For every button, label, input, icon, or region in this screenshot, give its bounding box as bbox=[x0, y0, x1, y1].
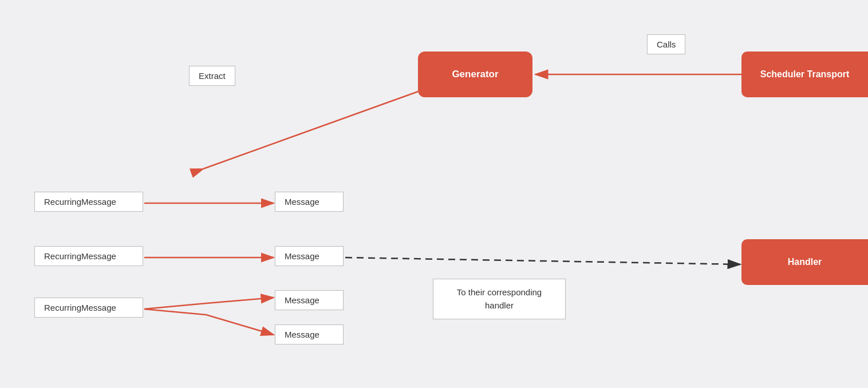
svg-line-9 bbox=[144, 309, 206, 315]
svg-line-11 bbox=[345, 258, 740, 264]
calls-label: Calls bbox=[657, 39, 676, 49]
recurring-message-3: RecurringMessage bbox=[34, 298, 143, 318]
to-handler-text: To their correspondinghandler bbox=[457, 287, 542, 310]
handler-box: Handler bbox=[741, 239, 868, 285]
svg-line-4 bbox=[203, 92, 418, 169]
svg-line-8 bbox=[206, 298, 274, 303]
rm2-label: RecurringMessage bbox=[44, 251, 116, 261]
to-handler-label-box: To their correspondinghandler bbox=[433, 279, 566, 319]
rm3-label: RecurringMessage bbox=[44, 303, 116, 312]
msg1-label: Message bbox=[285, 197, 319, 207]
rm1-label: RecurringMessage bbox=[44, 197, 116, 207]
calls-label-box: Calls bbox=[647, 34, 685, 54]
svg-line-10 bbox=[206, 315, 274, 335]
handler-label: Handler bbox=[788, 257, 822, 267]
msg3-label: Message bbox=[285, 295, 319, 305]
extract-label: Extract bbox=[199, 71, 226, 81]
recurring-message-2: RecurringMessage bbox=[34, 246, 143, 266]
message-3: Message bbox=[275, 290, 344, 310]
message-1: Message bbox=[275, 192, 344, 212]
recurring-message-1: RecurringMessage bbox=[34, 192, 143, 212]
generator-label: Generator bbox=[452, 69, 498, 80]
scheduler-transport-box: Scheduler Transport bbox=[741, 52, 868, 97]
svg-line-7 bbox=[144, 303, 206, 309]
diagram: Generator Scheduler Transport Handler Ex… bbox=[0, 0, 868, 388]
scheduler-transport-label: Scheduler Transport bbox=[755, 69, 855, 80]
extract-label-box: Extract bbox=[189, 66, 235, 86]
msg4-label: Message bbox=[285, 330, 319, 339]
msg2-label: Message bbox=[285, 251, 319, 261]
message-4: Message bbox=[275, 324, 344, 345]
message-2: Message bbox=[275, 246, 344, 266]
generator-box: Generator bbox=[418, 52, 532, 97]
